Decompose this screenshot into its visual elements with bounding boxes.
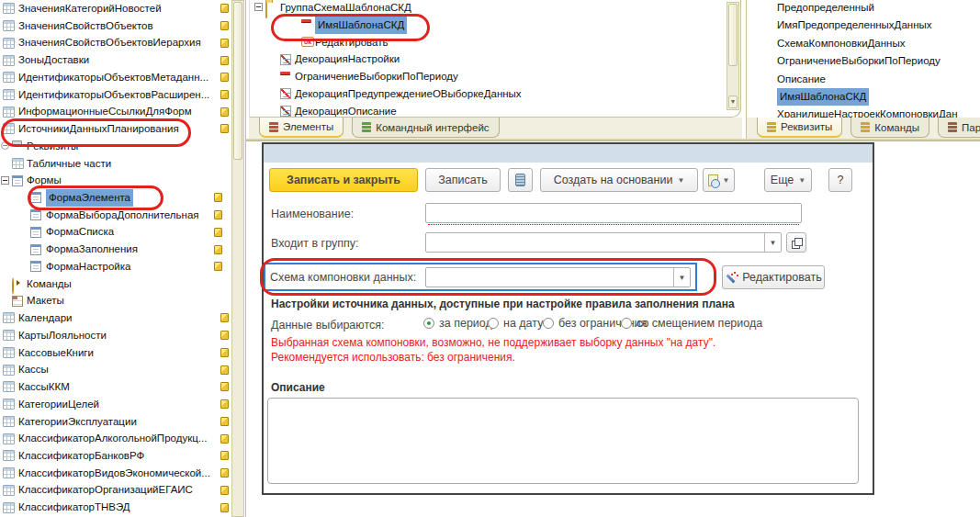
tree-item[interactable]: Макеты: [0, 292, 245, 309]
radio-label: за период: [439, 317, 492, 330]
table-icon: [3, 365, 15, 376]
tree-item[interactable]: ФормаНастройка: [0, 258, 245, 275]
group-combo[interactable]: ▼: [425, 232, 782, 253]
tab-Парам[interactable]: Парам: [938, 118, 980, 138]
tree-item[interactable]: Команды: [0, 275, 245, 293]
radio-button-icon[interactable]: [543, 318, 554, 329]
tree-item[interactable]: Календари: [0, 309, 245, 327]
group-choose-button[interactable]: [786, 232, 806, 253]
stacked-bars-icon: [948, 122, 957, 132]
tree-item-label: КлассификаторВидовЭкономической...: [18, 465, 210, 482]
tree-item[interactable]: ИнформационныеСсылкиДляФорм: [0, 103, 245, 120]
scrollbar-thumb[interactable]: [233, 2, 242, 160]
tree-item[interactable]: ИдентификаторыОбъектовМетаданн...: [0, 69, 245, 86]
tab-Командный интерфейс[interactable]: Командный интерфейс: [352, 118, 499, 138]
tree-item[interactable]: ДекорацияНастройки: [250, 51, 740, 68]
tree-item[interactable]: ИмяПредопределенныхДанных: [747, 17, 980, 34]
tree-item[interactable]: Формы: [0, 172, 245, 189]
tree-item[interactable]: КатегорииЦелей: [0, 396, 245, 413]
tree-item[interactable]: КассовыеКниги: [0, 344, 245, 362]
tree-item[interactable]: ФормаЭлемента: [0, 189, 245, 207]
tree-item[interactable]: ЗначенияСвойствОбъектовИерархия: [0, 34, 245, 51]
description-textarea[interactable]: [267, 398, 859, 484]
tree-item[interactable]: ИмяШаблонаСКД: [747, 88, 980, 106]
attributes-panel: ПредопределенныйИмяПредопределенныхДанны…: [746, 0, 980, 140]
tree-item[interactable]: КартыЛояльности: [0, 327, 245, 344]
create-based-on-button[interactable]: Создать на основании▼: [540, 168, 698, 192]
tree-item[interactable]: ЗоныДоставки: [0, 51, 245, 69]
tree-item[interactable]: Кассы: [0, 361, 245, 378]
more-button[interactable]: Еще▼: [764, 168, 812, 192]
help-button[interactable]: ?: [828, 168, 852, 192]
dropdown-arrow-icon[interactable]: ▼: [764, 233, 781, 252]
scrollbar-thumb[interactable]: [728, 4, 738, 66]
radio-button-icon[interactable]: [423, 318, 434, 329]
tab-label: Реквизиты: [781, 121, 832, 132]
tree-item[interactable]: КлассификаторОрганизацийЕГАИС: [0, 481, 245, 499]
tab-label: Парам: [962, 122, 980, 133]
tab-Команды[interactable]: Команды: [850, 118, 929, 138]
form-elements-tree: ГруппаСхемаШаблонаСКДИмяШаблонаСКДokРеда…: [249, 0, 741, 118]
radio-на дату[interactable]: на дату: [488, 317, 543, 330]
chevron-down-icon: ▼: [677, 176, 684, 185]
tree-item[interactable]: КассыККМ: [0, 378, 245, 396]
tree-item[interactable]: okРедактировать: [250, 34, 740, 51]
tab-Элементы[interactable]: Элементы: [259, 118, 344, 138]
tree-item[interactable]: КлассификаторБанковРФ: [0, 447, 245, 465]
tree-item[interactable]: ИмяШаблонаСКД: [250, 17, 740, 34]
tree-item[interactable]: КатегорииЭксплуатации: [0, 413, 245, 431]
tree-item[interactable]: Описание: [747, 71, 980, 88]
tree-item[interactable]: ИдентификаторыОбъектовРасширен...: [0, 86, 245, 104]
table-icon: [3, 502, 15, 513]
change-history-button[interactable]: ▼: [703, 168, 735, 192]
expander-icon[interactable]: [254, 3, 263, 11]
tree-item[interactable]: ИсточникиДанныхПланирования: [0, 120, 245, 138]
save-and-close-button[interactable]: Записать и закрыть: [269, 168, 418, 192]
tree-item[interactable]: Реквизиты: [0, 138, 245, 155]
tree-item[interactable]: ФормаСписка: [0, 223, 245, 241]
edit-schema-button[interactable]: Редактировать: [722, 265, 825, 289]
radio-за период[interactable]: за период: [423, 317, 492, 330]
tab-Реквизиты[interactable]: Реквизиты: [757, 118, 842, 138]
radio-button-icon[interactable]: [488, 318, 499, 329]
section-header: Настройки источника данных, доступные пр…: [271, 298, 735, 310]
tree-item[interactable]: Табличные части: [0, 155, 245, 173]
table-icon: [3, 3, 15, 14]
tree-item[interactable]: КлассификаторТНВЭД: [0, 499, 245, 516]
tree-item-label: Реквизиты: [27, 138, 78, 155]
table-icon: [3, 107, 15, 118]
tree-item[interactable]: КлассификаторВидовЭкономической...: [0, 465, 245, 482]
expander-icon[interactable]: [1, 141, 9, 150]
register-records-button[interactable]: [508, 168, 533, 192]
elements-scrollbar[interactable]: ▼: [727, 2, 739, 110]
tree-item[interactable]: КлассификаторАлкогольнойПродукц...: [0, 430, 245, 447]
tree-item[interactable]: ЗначенияКатегорийНовостей: [0, 0, 245, 17]
tree-item[interactable]: ОграничениеВыборкиПоПериоду: [250, 68, 740, 85]
tree-item[interactable]: ФормаЗаполнения: [0, 241, 245, 258]
tree-item-label: Предопределенный: [777, 0, 874, 17]
tree-item[interactable]: ФормаВыбораДополнительная: [0, 207, 245, 224]
tree-item[interactable]: СхемаКомпоновкиДанных: [747, 35, 980, 52]
expander-icon[interactable]: [1, 176, 9, 185]
form-icon: [30, 192, 41, 203]
tree-item[interactable]: ОграничениеВыборкиПоПериоду: [747, 52, 980, 70]
tree-item[interactable]: Предопределенный: [747, 0, 980, 17]
radio-со смещением периода[interactable]: со смещением периода: [621, 317, 762, 330]
tree-item[interactable]: ГруппаСхемаШаблонаСКД: [250, 0, 740, 17]
table-icon: [3, 381, 15, 392]
radio-button-icon[interactable]: [621, 318, 632, 329]
scroll-down-button[interactable]: ▼: [728, 96, 738, 108]
tab-label: Команды: [874, 122, 919, 133]
tree-item-label: ЗначенияСвойствОбъектовИерархия: [18, 34, 201, 51]
tree-item[interactable]: ДекорацияПредупреждениеОВыборкеДанных: [250, 85, 740, 103]
dropdown-arrow-icon[interactable]: ▼: [673, 268, 690, 287]
name-input[interactable]: [425, 203, 802, 223]
tree-item[interactable]: ЗначенияСвойствОбъектов: [0, 17, 245, 35]
save-button[interactable]: Записать: [425, 168, 501, 192]
horizontal-splitter[interactable]: [246, 139, 980, 141]
metadata-tree-scrollbar[interactable]: [231, 0, 244, 517]
tree-item-label: ФормаСписка: [46, 223, 114, 241]
schema-combo[interactable]: ▼: [425, 267, 691, 287]
object-box-icon: [220, 365, 229, 375]
table-icon: [12, 158, 24, 169]
